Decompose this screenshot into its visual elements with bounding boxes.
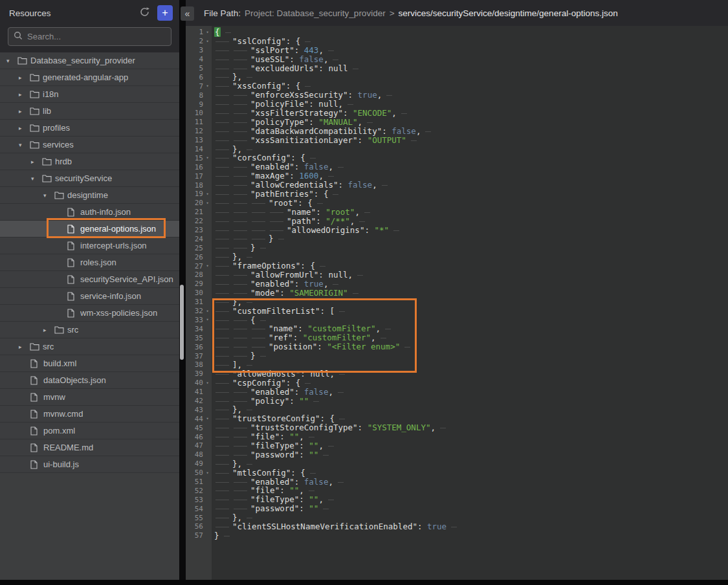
- code-line[interactable]: }: [214, 351, 728, 360]
- tree-item-hrdb[interactable]: ▸hrdb: [0, 153, 179, 170]
- tree-item-intercept-urls-json[interactable]: intercept-urls.json: [0, 237, 179, 254]
- fold-toggle-icon[interactable]: ▾: [203, 192, 212, 197]
- tree-item-wm-xss-policies-json[interactable]: wm-xss-policies.json: [0, 305, 179, 322]
- fold-toggle-icon[interactable]: ▾: [203, 381, 212, 386]
- tree-item-designtime[interactable]: ▾designtime: [0, 187, 179, 204]
- code-editor[interactable]: 1▾2▾34567▾89101112131415▾16171819▾20▾212…: [186, 26, 728, 580]
- sidebar-scrollbar-thumb[interactable]: [180, 285, 184, 360]
- code-line[interactable]: "sslPort": 443,: [214, 46, 728, 55]
- code-line[interactable]: "sslConfig": {: [214, 37, 728, 46]
- code-line[interactable]: "mode": "SAMEORIGIN": [214, 289, 728, 298]
- code-line[interactable]: "position": "<Filter enum>": [214, 342, 728, 351]
- tree-item-src[interactable]: ▸src: [0, 338, 179, 355]
- code-line[interactable]: ],: [214, 360, 728, 370]
- code-line[interactable]: },: [214, 72, 728, 82]
- code-line[interactable]: "allowCredentials": false,: [214, 181, 728, 190]
- code-line[interactable]: }: [214, 531, 728, 540]
- code-line[interactable]: "cspConfig": {: [214, 379, 728, 388]
- tree-item-build-xml[interactable]: build.xml: [0, 355, 179, 372]
- tree-item-lib[interactable]: ▸lib: [0, 103, 179, 120]
- chevron-collapsed-icon[interactable]: ▸: [43, 327, 54, 333]
- code-line[interactable]: }: [214, 234, 728, 243]
- code-line[interactable]: },: [214, 513, 728, 522]
- code-line[interactable]: "trustStoreConfigType": "SYSTEM_ONLY",: [214, 423, 728, 432]
- code-line[interactable]: "useSSL": false,: [214, 55, 728, 64]
- collapse-sidebar-button[interactable]: «: [181, 6, 194, 21]
- fold-toggle-icon[interactable]: ▾: [203, 201, 212, 206]
- fold-toggle-icon[interactable]: ▾: [203, 155, 212, 160]
- code-line[interactable]: "file": "",: [214, 486, 728, 495]
- code-line[interactable]: "dataBackwardCompatibility": false,: [214, 127, 728, 136]
- code-line[interactable]: "enabled": false,: [214, 478, 728, 487]
- code-line[interactable]: },: [214, 459, 728, 469]
- code-line[interactable]: "clientSSLHostNameVerificationEnabled": …: [214, 522, 728, 531]
- code-line[interactable]: "maxAge": 1600,: [214, 171, 728, 181]
- tree-item-generated-angular-app[interactable]: ▸generated-angular-app: [0, 69, 179, 86]
- chevron-collapsed-icon[interactable]: ▸: [19, 108, 30, 115]
- fold-toggle-icon[interactable]: ▾: [203, 470, 212, 476]
- code-line[interactable]: "mtlsConfig": {: [214, 469, 728, 478]
- tree-item-src[interactable]: ▸src: [0, 322, 179, 338]
- code-line[interactable]: "file": "",: [214, 432, 728, 441]
- code-line[interactable]: "path": "/**",: [214, 217, 728, 226]
- fold-toggle-icon[interactable]: ▾: [203, 263, 212, 269]
- fold-toggle-icon[interactable]: ▾: [203, 83, 212, 89]
- chevron-expanded-icon[interactable]: ▾: [19, 142, 30, 148]
- chevron-collapsed-icon[interactable]: ▸: [19, 74, 30, 81]
- code-line[interactable]: "password": "": [214, 504, 728, 513]
- code-line[interactable]: "xssFilterStrategy": "ENCODE",: [214, 109, 728, 118]
- code-line[interactable]: "name": "root",: [214, 208, 728, 217]
- code-line[interactable]: "enabled": true,: [214, 280, 728, 289]
- code-line[interactable]: "enforceXssSecurity": true,: [214, 91, 728, 100]
- tree-item-i18n[interactable]: ▸i18n: [0, 86, 179, 103]
- code-line[interactable]: "xssSanitizationLayer": "OUTPUT": [214, 136, 728, 145]
- code-line[interactable]: "fileType": "",: [214, 495, 728, 504]
- code-line[interactable]: "policy": "": [214, 397, 728, 406]
- code-line[interactable]: "fileType": "",: [214, 441, 728, 450]
- code-line[interactable]: "name": "customFilter",: [214, 324, 728, 333]
- chevron-expanded-icon[interactable]: ▾: [43, 192, 54, 199]
- code-lines[interactable]: {"sslConfig": {"sslPort": 443,"useSSL": …: [212, 26, 728, 580]
- code-line[interactable]: "policyType": "MANUAL",: [214, 118, 728, 127]
- search-box[interactable]: [8, 27, 171, 46]
- code-line[interactable]: "allowFromUrl": null,: [214, 270, 728, 280]
- code-line[interactable]: },: [214, 298, 728, 307]
- add-resource-button[interactable]: +: [157, 5, 173, 21]
- code-line[interactable]: "xssConfig": {: [214, 82, 728, 91]
- tree-item-auth-info-json[interactable]: auth-info.json: [0, 204, 179, 221]
- tree-item-mvnw-cmd[interactable]: mvnw.cmd: [0, 406, 179, 423]
- code-line[interactable]: }: [214, 243, 728, 252]
- chevron-expanded-icon[interactable]: ▾: [31, 175, 42, 182]
- code-line[interactable]: "trustStoreConfig": {: [214, 414, 728, 423]
- fold-toggle-icon[interactable]: ▾: [203, 39, 212, 44]
- code-line[interactable]: "excludedUrls": null: [214, 64, 728, 73]
- chevron-expanded-icon[interactable]: ▾: [6, 58, 17, 64]
- code-line[interactable]: "enabled": false,: [214, 388, 728, 397]
- tree-item-general-options-json[interactable]: general-options.json: [0, 221, 179, 237]
- code-line[interactable]: },: [214, 252, 728, 261]
- refresh-button[interactable]: [137, 5, 152, 21]
- fold-toggle-icon[interactable]: ▾: [203, 317, 212, 322]
- code-line[interactable]: "allowedOrigins": "*": [214, 226, 728, 235]
- fold-toggle-icon[interactable]: ▾: [203, 30, 212, 35]
- tree-item-pom-xml[interactable]: pom.xml: [0, 423, 179, 439]
- fold-toggle-icon[interactable]: ▾: [203, 309, 212, 314]
- chevron-collapsed-icon[interactable]: ▸: [19, 344, 30, 350]
- code-line[interactable]: "policyFile": null,: [214, 100, 728, 109]
- code-line[interactable]: "allowedHosts": null,: [214, 370, 728, 379]
- code-line[interactable]: {: [214, 28, 728, 37]
- tree-item-profiles[interactable]: ▸profiles: [0, 120, 179, 137]
- tree-item-database-security-provider[interactable]: ▾Database_security_provider: [0, 52, 179, 69]
- tree-item-dataobjects-json[interactable]: dataObjects.json: [0, 372, 179, 389]
- tree-item-readme-md[interactable]: README.md: [0, 439, 179, 456]
- code-line[interactable]: "root": {: [214, 199, 728, 208]
- chevron-collapsed-icon[interactable]: ▸: [19, 125, 30, 131]
- chevron-collapsed-icon[interactable]: ▸: [31, 159, 42, 165]
- code-line[interactable]: },: [214, 145, 728, 154]
- tree-item-securityservice-api-json[interactable]: securityService_API.json: [0, 271, 179, 288]
- tree-item-roles-json[interactable]: roles.json: [0, 254, 179, 271]
- code-line[interactable]: {: [214, 316, 728, 325]
- code-line[interactable]: "corsConfig": {: [214, 153, 728, 162]
- tree-item-mvnw[interactable]: mvnw: [0, 389, 179, 406]
- tree-item-ui-build-js[interactable]: ui-build.js: [0, 456, 179, 473]
